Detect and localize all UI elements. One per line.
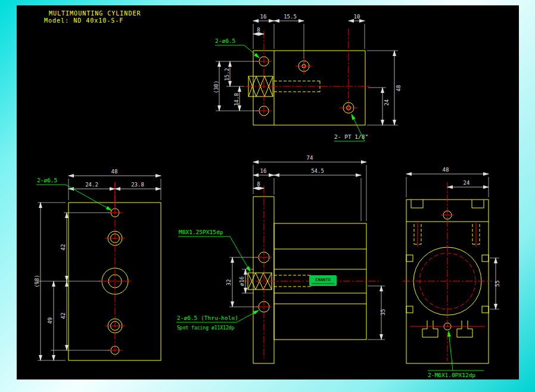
cad-drawing: MULTIMOUNTING CYLINDER Model: ND 40x10-S… [0, 0, 535, 392]
dim-24: 24 [384, 99, 390, 106]
dim-15-2: 15.2 [224, 68, 230, 81]
label-m8-thread: M8X1.25PX15dp [179, 229, 223, 235]
dim-42-upper: 42 [60, 244, 66, 251]
label-pt-port: 2- PT 1/8" [334, 133, 368, 140]
drawing-model: Model: ND 40x10-S-F [44, 17, 123, 24]
dim-74: 74 [307, 155, 313, 161]
label-holes-top-view: 2-ø6.5 [215, 38, 235, 44]
dim-48-front: 48 [111, 169, 118, 175]
dim-48-end: 48 [443, 167, 449, 173]
dim-14-8: 14.8 [234, 93, 239, 106]
label-m6-thread: 2-M6X1.0PX12dp [428, 372, 475, 378]
label-spot-facing: Spot facing ø11X12dp [177, 325, 235, 331]
dim-49: 49 [47, 318, 53, 324]
dim-42-lower: 42 [60, 313, 66, 319]
label-thru-hole: 2-ø6.5 (Thru-hole) [177, 315, 238, 321]
dim-16-side: 16 [260, 168, 267, 174]
dim-30-ref: (30) [213, 80, 219, 94]
label-holes-front-view: 2-ø6.5 [37, 177, 57, 183]
dim-15-5: 15.5 [284, 14, 297, 20]
dim-16: 16 [260, 14, 267, 20]
dim-35: 35 [380, 309, 386, 316]
dim-dia16: ø16 [239, 276, 245, 286]
dim-32: 32 [226, 279, 232, 286]
dim-8: 8 [257, 27, 260, 33]
dim-98-ref: (98) [34, 275, 40, 288]
dim-48: 48 [396, 85, 402, 92]
dim-10: 10 [354, 14, 360, 20]
dim-23-8: 23.8 [131, 182, 144, 188]
viewport-frame: MULTIMOUNTING CYLINDER Model: ND 40x10-S… [0, 0, 535, 392]
dim-24-2: 24.2 [85, 182, 98, 188]
dim-24-end: 24 [464, 180, 470, 186]
dim-54-5: 54.5 [311, 168, 324, 174]
dim-55: 55 [494, 281, 500, 287]
dim-8-side: 8 [257, 181, 260, 187]
drawing-title: MULTIMOUNTING CYLINDER [49, 10, 141, 17]
brand-logo-text: CHANTO [315, 278, 330, 282]
